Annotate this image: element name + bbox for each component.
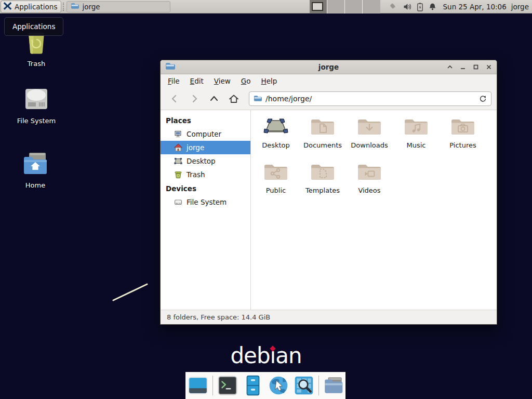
taskbar-window-button[interactable]: jorge [66, 1, 170, 12]
desktop-item-icon [263, 116, 288, 138]
file-label: Documents [303, 141, 342, 149]
menubar: File Edit View Go Help [161, 74, 497, 88]
file-item-downloads[interactable]: Downloads [348, 116, 391, 149]
back-button[interactable] [166, 91, 183, 107]
taskbar-window-label: jorge [82, 3, 100, 11]
desktop-icon-label: File System [17, 117, 56, 125]
desktop: Applications jorge [0, 0, 532, 399]
debian-text-post: an [275, 343, 301, 368]
sidebar-item-desktop[interactable]: Desktop [161, 154, 250, 168]
menu-view[interactable]: View [209, 75, 236, 87]
xfce-logo-icon [3, 2, 12, 12]
sidebar-item-label: Trash [187, 170, 205, 179]
debian-text-pre: deb [230, 343, 270, 368]
menu-help[interactable]: Help [256, 75, 283, 87]
file-manager-launcher[interactable] [242, 375, 264, 396]
home-button[interactable] [225, 91, 243, 107]
sidebar-item-trash[interactable]: Trash [161, 168, 250, 181]
sidebar-item-label: jorge [187, 143, 204, 152]
menu-file[interactable]: File [163, 75, 185, 87]
window-body: Places Computer jorge [161, 110, 497, 310]
menu-go[interactable]: Go [236, 75, 256, 87]
file-item-desktop[interactable]: Desktop [255, 116, 297, 149]
sidebar-item-computer[interactable]: Computer [161, 127, 250, 141]
workspace-window-thumb [312, 2, 323, 11]
drive-mini-icon [174, 198, 182, 206]
panel-clock[interactable]: Sun 25 Apr, 10:06 [443, 3, 507, 11]
computer-icon [174, 130, 182, 138]
minimize-button[interactable] [460, 64, 466, 70]
applications-menu-button[interactable]: Applications [1, 1, 61, 13]
file-item-music[interactable]: Music [395, 116, 437, 149]
sidebar-places-header: Places [161, 113, 250, 127]
statusbar-text: 8 folders, Free space: 14.4 GiB [167, 313, 270, 321]
dock-separator [318, 376, 319, 395]
menu-edit[interactable]: Edit [185, 75, 209, 87]
desktop-icon-label: Home [25, 181, 45, 189]
notifications-bell-icon[interactable] [429, 3, 436, 11]
sidebar-item-label: Desktop [187, 157, 216, 165]
pictures-folder-icon [450, 116, 475, 138]
top-panel: Applications jorge [0, 0, 532, 14]
desktop-icon-label: Trash [28, 60, 45, 68]
sidebar-item-home-jorge[interactable]: jorge [161, 141, 250, 154]
desktop-mini-icon [174, 157, 182, 165]
volume-icon[interactable] [403, 3, 411, 11]
file-manager-window: jorge File Edit View Go Help [160, 60, 497, 325]
directory-menu-button[interactable] [323, 375, 344, 396]
file-label: Pictures [449, 141, 476, 149]
documents-folder-icon [310, 116, 335, 138]
desktop-icon-filesystem[interactable]: File System [11, 87, 61, 125]
toolbar: /home/jorge/ [161, 88, 497, 110]
window-titlebar[interactable]: jorge [161, 60, 497, 74]
workspace-2[interactable] [327, 0, 345, 14]
workspace-4[interactable] [363, 0, 380, 14]
workspace-3[interactable] [345, 0, 363, 14]
reload-icon[interactable] [479, 95, 487, 103]
workspace-1[interactable] [310, 0, 327, 14]
bottom-dock [185, 372, 345, 399]
file-item-public[interactable]: Public [255, 162, 297, 194]
file-item-pictures[interactable]: Pictures [442, 116, 484, 149]
app-finder-launcher[interactable] [293, 375, 315, 396]
downloads-folder-icon [357, 116, 382, 138]
videos-folder-icon [357, 162, 382, 183]
close-button[interactable] [486, 64, 492, 70]
file-item-templates[interactable]: Templates [301, 162, 344, 194]
removable-media-icon[interactable] [389, 3, 398, 11]
maximize-button[interactable] [473, 64, 479, 70]
applications-tooltip: Applications [4, 17, 63, 36]
file-label: Desktop [262, 141, 290, 149]
battery-icon[interactable] [417, 3, 423, 11]
web-browser-launcher[interactable] [268, 375, 289, 396]
panel-username[interactable]: jorge [511, 3, 529, 11]
shade-window-button[interactable] [447, 64, 453, 70]
desktop-icon-home[interactable]: Home [10, 152, 60, 189]
forward-button[interactable] [185, 91, 203, 107]
sidebar-item-filesystem[interactable]: File System [161, 195, 250, 209]
up-button[interactable] [205, 91, 223, 107]
window-title: jorge [161, 63, 497, 71]
file-item-documents[interactable]: Documents [301, 116, 344, 149]
home-folder-icon [22, 152, 49, 178]
workspace-switcher[interactable] [310, 0, 380, 14]
sidebar-item-label: Computer [187, 130, 221, 138]
terminal-launcher[interactable] [217, 375, 238, 396]
public-folder-icon [263, 162, 288, 183]
file-label: Videos [358, 187, 380, 194]
file-grid: Desktop Documents [251, 110, 497, 310]
sidebar-item-label: File System [187, 198, 227, 206]
file-label: Templates [305, 187, 340, 194]
sidebar: Places Computer jorge [161, 110, 251, 310]
home-icon [174, 143, 182, 152]
file-item-videos[interactable]: Videos [348, 162, 391, 194]
debian-wordmark: debıan [0, 343, 532, 368]
show-desktop-button[interactable] [187, 375, 209, 396]
path-folder-icon [254, 94, 262, 104]
path-entry[interactable]: /home/jorge/ [249, 91, 491, 106]
file-label: Music [407, 141, 426, 149]
dock-separator [212, 376, 213, 395]
path-text[interactable]: /home/jorge/ [265, 95, 475, 103]
applications-menu-label: Applications [15, 3, 57, 11]
debian-letter-i: ı [270, 343, 276, 368]
